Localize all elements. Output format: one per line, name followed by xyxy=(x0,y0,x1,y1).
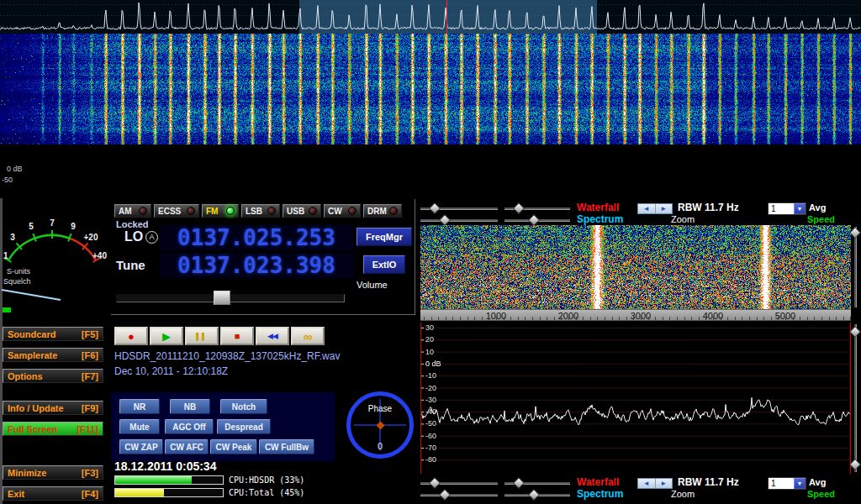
brightness-slider-track[interactable] xyxy=(420,219,498,222)
spectrum-label-top[interactable]: Spectrum xyxy=(577,213,623,225)
spin-right-icon[interactable]: ► xyxy=(656,479,673,488)
waterfall-label-bottom[interactable]: Waterfall xyxy=(577,476,619,488)
contrast-slider-handle[interactable] xyxy=(528,214,540,226)
button-label: Minimize xyxy=(8,468,46,478)
mute-button[interactable]: Mute xyxy=(119,419,160,434)
mode-cw-button[interactable]: CW xyxy=(324,204,361,218)
avg-label-bottom: Avg xyxy=(809,477,826,487)
exit-button[interactable]: Exit [F4] xyxy=(3,486,103,501)
mode-am-button[interactable]: AM xyxy=(114,204,151,218)
freqmgr-button[interactable]: FreqMgr xyxy=(357,228,412,246)
rbw-label-top: RBW 11.7 Hz xyxy=(678,202,739,213)
offset-slider-handle-bottom[interactable] xyxy=(513,477,525,489)
brightness-slider-track-bottom[interactable] xyxy=(420,494,498,496)
db-scale-label: 0 dB xyxy=(425,360,441,368)
speed-label-bottom: Speed xyxy=(807,489,835,499)
mode-usb-button[interactable]: USB xyxy=(283,204,321,218)
soundcard-button[interactable]: Soundcard [F5] xyxy=(3,327,103,341)
phase-indicator: Phase 0 xyxy=(346,391,414,459)
contrast-slider-handle-bottom[interactable] xyxy=(528,489,540,501)
dropdown-arrow-icon[interactable]: ▼ xyxy=(794,478,806,489)
spin-left-icon[interactable]: ◄ xyxy=(638,204,656,213)
cw-peak-button[interactable]: CW Peak xyxy=(210,439,257,454)
zoom-waterfall-display[interactable] xyxy=(420,225,851,309)
zoom-spectrum-display[interactable] xyxy=(420,323,851,474)
phase-label: Phase xyxy=(351,404,409,413)
cw-afc-button[interactable]: CW AFC xyxy=(165,439,209,454)
db-scale-label: 30 xyxy=(425,323,434,332)
rewind-button[interactable]: ◀◀ xyxy=(256,327,289,345)
mode-ecss-button[interactable]: ECSS xyxy=(154,204,199,218)
hdsdr-app: 137000 137005 137010 137015 137020 13702… xyxy=(0,0,861,504)
lo-frequency-display[interactable]: 0137.025.253 xyxy=(160,225,353,250)
avg-dropdown-value: 1 xyxy=(771,204,776,213)
freq-scale-label: 4000 xyxy=(696,311,730,321)
avg-dropdown-top[interactable]: 1 ▼ xyxy=(768,202,806,215)
offset-slider-handle[interactable] xyxy=(513,202,525,214)
samplerate-button[interactable]: Samplerate [F6] xyxy=(3,348,103,362)
spin-right-icon[interactable]: ► xyxy=(656,204,673,213)
mode-fm-button[interactable]: FM xyxy=(202,204,239,218)
phase-marker-dot xyxy=(376,421,384,429)
volume-slider-handle[interactable] xyxy=(214,291,230,305)
s-meter-tick-label: 5 xyxy=(29,222,34,231)
waterfall-level-slider-handle[interactable] xyxy=(849,227,861,239)
cw-fullbw-button[interactable]: CW FullBw xyxy=(259,439,314,454)
pause-button[interactable]: ▌▌ xyxy=(185,327,219,345)
brightness-slider-handle[interactable] xyxy=(439,214,451,226)
phase-zero-label: 0 xyxy=(351,442,409,451)
play-button[interactable]: ▶ xyxy=(150,327,183,345)
spectrum-range-slider-track[interactable] xyxy=(854,324,857,472)
zoom-spin-control-bottom[interactable]: ◄ ► xyxy=(637,478,673,489)
cw-zap-button[interactable]: CW ZAP xyxy=(119,439,163,454)
freq-scale-label: 5000 xyxy=(769,311,802,321)
stop-button[interactable]: ■ xyxy=(220,327,254,345)
avg-label-top: Avg xyxy=(809,202,826,213)
zoom-slider-handle[interactable] xyxy=(429,202,441,214)
avg-dropdown-bottom[interactable]: 1 ▼ xyxy=(768,477,806,490)
nr-button[interactable]: NR xyxy=(119,399,160,414)
extio-button[interactable]: ExtIO xyxy=(363,255,405,274)
waterfall-label-top[interactable]: Waterfall xyxy=(577,202,619,213)
speed-label-top: Speed xyxy=(807,214,835,224)
recording-date: Dec 10, 2011 - 12:10:18Z xyxy=(114,365,228,377)
s-meter-tick-label: 3 xyxy=(10,233,15,242)
despread-button[interactable]: Despread xyxy=(217,419,271,434)
tune-frequency-display[interactable]: 0137.023.398 xyxy=(160,253,353,278)
cpu-total-meter-fill xyxy=(115,489,164,496)
zoom-spin-control-top[interactable]: ◄ ► xyxy=(637,203,673,214)
mode-led xyxy=(267,207,276,215)
loop-button[interactable]: ∞ xyxy=(291,327,325,345)
stop-icon: ■ xyxy=(235,331,240,341)
s-meter-tick-label: +40 xyxy=(92,251,107,260)
button-hotkey: [F5] xyxy=(82,329,98,339)
cpu-total-meter xyxy=(114,488,224,497)
meter-led xyxy=(3,307,11,312)
record-button[interactable]: ● xyxy=(114,327,148,345)
button-label: Options xyxy=(8,371,43,381)
main-spectrum-display[interactable] xyxy=(0,0,861,34)
brightness-slider-handle-bottom[interactable] xyxy=(439,489,451,501)
zoom-frequency-scale[interactable]: 1000 2000 3000 4000 5000 xyxy=(420,309,851,321)
spectrum-floor-slider-handle[interactable] xyxy=(849,459,861,470)
fullscreen-button[interactable]: Full Screen [F11] xyxy=(3,422,103,436)
mode-lsb-button[interactable]: LSB xyxy=(241,204,280,218)
mode-drm-button[interactable]: DRM xyxy=(363,204,402,218)
spin-left-icon[interactable]: ◄ xyxy=(638,479,656,488)
s-meter-tick-label: +20 xyxy=(84,233,98,242)
spectrum-range-slider-handle[interactable] xyxy=(849,326,861,338)
volume-label: Volume xyxy=(357,280,388,290)
lo-vfo-a-badge[interactable]: A xyxy=(145,231,158,244)
spectrum-label-bottom[interactable]: Spectrum xyxy=(577,488,623,500)
volume-slider-track[interactable] xyxy=(116,294,345,302)
notch-button[interactable]: Notch xyxy=(220,399,267,414)
button-hotkey: [F3] xyxy=(82,468,98,478)
options-button[interactable]: Options [F7] xyxy=(3,369,103,383)
zoom-slider-handle-bottom[interactable] xyxy=(429,477,441,489)
freq-scale-label: 2000 xyxy=(552,311,585,321)
agc-button[interactable]: AGC Off xyxy=(165,419,214,434)
info-update-button[interactable]: Info / Update [F9] xyxy=(3,401,103,415)
minimize-button[interactable]: Minimize [F3] xyxy=(3,465,103,480)
nb-button[interactable]: NB xyxy=(170,399,210,414)
dropdown-arrow-icon[interactable]: ▼ xyxy=(794,203,806,214)
